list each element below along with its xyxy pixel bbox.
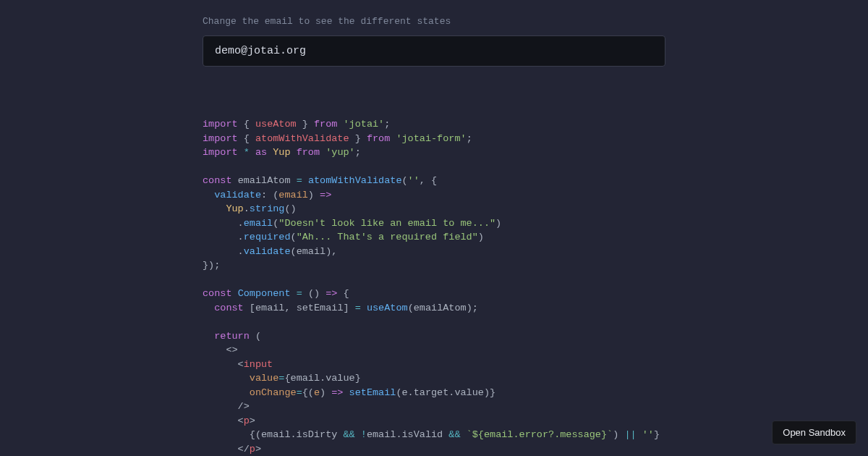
open-sandbox-button[interactable]: Open Sandbox	[772, 421, 856, 444]
code-pre: import { useAtom } from 'jotai'; import …	[203, 117, 665, 456]
email-input[interactable]	[203, 35, 665, 67]
code-example: import { useAtom } from 'jotai'; import …	[203, 117, 665, 456]
instruction-text: Change the email to see the different st…	[203, 16, 665, 27]
